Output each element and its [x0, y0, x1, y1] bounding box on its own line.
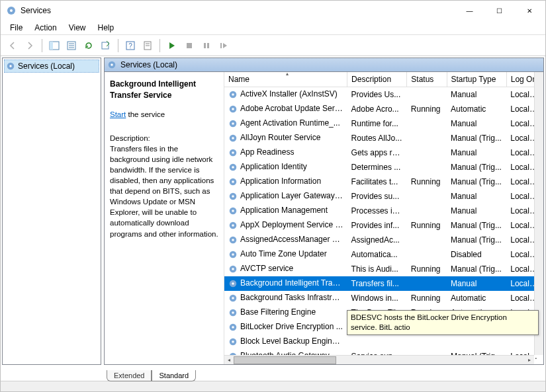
service-row[interactable]: Agent Activation Runtime_...Runtime for.…	[224, 116, 543, 131]
toolbar-separator	[118, 39, 118, 52]
cell-startup	[447, 334, 506, 349]
svg-rect-16	[207, 43, 209, 48]
start-service-button[interactable]	[164, 38, 180, 54]
nav-back-button[interactable]	[5, 38, 21, 54]
service-row[interactable]: ActiveX Installer (AxInstSV)Provides Us.…	[224, 87, 543, 102]
menubar: File Action View Help	[1, 20, 545, 35]
service-row[interactable]: Application InformationFacilitates t...R…	[224, 175, 543, 189]
minimize-button[interactable]: —	[455, 1, 484, 20]
services-app-icon	[6, 5, 17, 16]
toolbar-separator	[42, 39, 42, 52]
cell-startup: Disabled	[447, 247, 506, 262]
horizontal-scrollbar[interactable]: ◂ ▸	[224, 355, 534, 364]
svg-point-27	[232, 122, 234, 125]
cell-startup: Manual	[447, 204, 506, 218]
service-row[interactable]: App ReadinessGets apps re...ManualLocal …	[224, 145, 543, 160]
detail-pane: Background Intelligent Transfer Service …	[105, 72, 224, 364]
cell-description: This is Audi...	[347, 262, 407, 276]
tab-extended[interactable]: Extended	[107, 370, 152, 381]
selected-service-heading: Background Intelligent Transfer Service	[110, 79, 218, 101]
service-row[interactable]: Application ManagementProcesses in...Man…	[224, 204, 543, 218]
gear-icon	[107, 60, 116, 69]
service-row[interactable]: AppX Deployment Service (...Provides inf…	[224, 218, 543, 233]
svg-point-57	[232, 340, 234, 343]
gear-icon	[6, 61, 15, 71]
start-service-link[interactable]: Start	[110, 110, 126, 118]
properties-button[interactable]	[64, 38, 79, 54]
properties-sheet-button[interactable]	[140, 38, 156, 54]
service-row[interactable]: Adobe Acrobat Update Serv...Adobe Acro..…	[224, 102, 543, 116]
cell-description: Adobe Acro...	[347, 102, 407, 116]
pause-service-button[interactable]	[199, 38, 214, 54]
help-button[interactable]: ?	[122, 38, 138, 54]
scroll-left-arrow[interactable]: ◂	[224, 356, 234, 365]
cell-name: AllJoyn Router Service	[224, 131, 347, 145]
refresh-button[interactable]	[81, 38, 97, 54]
service-row[interactable]: Application Layer Gateway ...Provides su…	[224, 189, 543, 204]
cell-name: Application Information	[224, 175, 347, 189]
service-row[interactable]: AssignedAccessManager Se...AssignedAc...…	[224, 233, 543, 247]
restart-service-button[interactable]	[216, 38, 232, 54]
menu-help[interactable]: Help	[93, 22, 120, 34]
cell-name: Block Level Backup Engine ...	[224, 334, 347, 349]
cell-status: Running	[407, 175, 447, 189]
service-row[interactable]: Background Tasks Infrastruc...Windows in…	[224, 291, 543, 305]
svg-point-21	[111, 63, 113, 66]
cell-name: AVCTP service	[224, 262, 347, 276]
services-list[interactable]: Name Description Status Startup Type Log…	[224, 72, 543, 364]
show-hide-tree-button[interactable]	[46, 38, 62, 54]
cell-startup: Automatic	[447, 291, 506, 305]
cell-name: Application Layer Gateway ...	[224, 189, 347, 204]
column-header-startup[interactable]: Startup Type	[447, 72, 506, 87]
svg-point-37	[232, 195, 234, 198]
cell-status: Running	[407, 218, 447, 233]
cell-name: Background Tasks Infrastruc...	[224, 291, 347, 305]
cell-status	[407, 334, 447, 349]
cell-description: Runtime for...	[347, 116, 407, 131]
service-row[interactable]: Auto Time Zone UpdaterAutomatica...Disab…	[224, 247, 543, 262]
cell-status	[407, 87, 447, 102]
cell-startup: Manual	[447, 189, 506, 204]
description-text: Transfers files in the background using …	[110, 143, 218, 239]
menu-file[interactable]: File	[5, 22, 28, 34]
service-row[interactable]: AVCTP serviceThis is Audi...RunningManua…	[224, 262, 543, 276]
cell-status	[407, 247, 447, 262]
service-row[interactable]: Application IdentityDetermines ...Manual…	[224, 160, 543, 175]
svg-point-41	[232, 224, 234, 227]
cell-description: Provides Us...	[347, 87, 407, 102]
menu-action[interactable]: Action	[29, 22, 62, 34]
column-header-description[interactable]: Description	[347, 72, 407, 87]
svg-point-55	[232, 326, 234, 329]
svg-rect-14	[187, 43, 192, 48]
service-row[interactable]: AllJoyn Router ServiceRoutes AllJo...Man…	[224, 131, 543, 145]
tab-standard[interactable]: Standard	[152, 370, 196, 381]
toolbar: ?	[1, 35, 545, 56]
nav-forward-button[interactable]	[22, 38, 38, 54]
column-header-status[interactable]: Status	[407, 72, 447, 87]
export-list-button[interactable]	[98, 38, 114, 54]
close-button[interactable]: ✕	[514, 1, 544, 20]
scroll-right-arrow[interactable]: ▸	[525, 356, 534, 365]
maximize-button[interactable]: ☐	[484, 1, 514, 20]
cell-startup: Manual (Trig...	[447, 233, 506, 247]
cell-status	[407, 233, 447, 247]
cell-status	[407, 160, 447, 175]
scroll-thumb[interactable]	[234, 356, 336, 364]
column-header-name[interactable]: Name	[224, 72, 347, 87]
statusbar	[1, 381, 545, 391]
cell-description: Routes AllJo...	[347, 131, 407, 145]
cell-startup: Manual (Trig...	[447, 262, 506, 276]
cell-name: App Readiness	[224, 145, 347, 160]
service-row[interactable]: Block Level Backup Engine ...	[224, 334, 543, 349]
cell-status: Running	[407, 262, 447, 276]
service-row[interactable]: Background Intelligent Tran...Transfers …	[224, 276, 543, 291]
tree-node-services-local[interactable]: Services (Local)	[4, 59, 99, 73]
console-tree[interactable]: Services (Local)	[2, 58, 101, 365]
svg-point-39	[232, 210, 234, 212]
stop-service-button[interactable]	[181, 38, 197, 54]
svg-point-53	[232, 311, 234, 314]
cell-status: Running	[407, 291, 447, 305]
window-title: Services	[21, 6, 455, 15]
cell-name: Adobe Acrobat Update Serv...	[224, 102, 347, 116]
menu-view[interactable]: View	[64, 22, 91, 34]
